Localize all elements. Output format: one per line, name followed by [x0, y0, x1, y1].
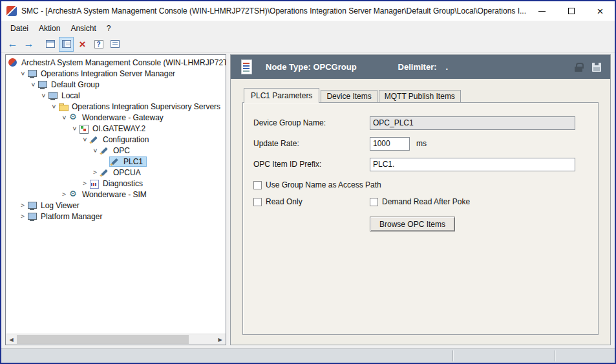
tree-item-body[interactable]: Configuration	[89, 135, 152, 144]
opc-item-prefix-row: OPC Item ID Prefix:	[253, 157, 598, 171]
tree-item-plc1-selected[interactable]: > PLC1	[6, 156, 226, 167]
tree-item-body[interactable]: Diagnostics	[89, 179, 146, 188]
window-icon	[46, 40, 55, 48]
tree-item-log-viewer[interactable]: > Log Viewer	[6, 200, 226, 211]
menu-aktion[interactable]: Aktion	[34, 22, 65, 35]
chevron-collapsed-icon[interactable]: >	[18, 202, 27, 209]
lock-icon[interactable]	[574, 62, 583, 72]
tree-item-wonderware-gateway[interactable]: > Wonderware - Gateway	[6, 112, 226, 123]
save-icon[interactable]	[592, 63, 601, 72]
tree-item-supervisory-servers[interactable]: > Operations Integration Supervisory Ser…	[6, 101, 226, 112]
chevron-expanded-icon[interactable]: >	[81, 135, 88, 144]
tree-item-local[interactable]: > Local	[6, 90, 226, 101]
access-path-checkbox-row: Use Group Name as Access Path	[253, 180, 598, 189]
chevron-expanded-icon[interactable]: >	[71, 124, 78, 133]
pencil-icon	[100, 168, 110, 177]
menu-help[interactable]: ?	[101, 22, 116, 35]
chevron-collapsed-icon[interactable]: >	[90, 169, 100, 176]
tree-item-default-group[interactable]: > Default Group	[6, 79, 226, 90]
minimize-button[interactable]	[527, 1, 557, 21]
statusbar-separator	[452, 350, 453, 361]
new-window-button[interactable]	[43, 37, 58, 52]
tree-item-body[interactable]: OPC	[100, 146, 133, 155]
chevron-expanded-icon[interactable]: >	[50, 102, 57, 111]
tree-item-body[interactable]: PLC1	[110, 157, 146, 166]
tab-strip: PLC1 Parameters Device Items MQTT Publis…	[242, 88, 599, 103]
chevron-expanded-icon[interactable]: >	[30, 80, 36, 89]
panel-body: PLC1 Parameters Device Items MQTT Publis…	[231, 79, 610, 345]
forward-button[interactable]: →	[21, 37, 36, 52]
tree-horizontal-scrollbar[interactable]: ◀ ▶	[6, 334, 226, 345]
update-rate-unit: ms	[416, 139, 427, 148]
tree-item-body[interactable]: OPCUA	[100, 168, 144, 177]
tree-item-body[interactable]: OI.GATEWAY.2	[79, 124, 149, 133]
chevron-collapsed-icon[interactable]: >	[18, 213, 27, 220]
back-button[interactable]: ←	[5, 37, 20, 52]
tree-item-body[interactable]: Log Viewer	[27, 201, 83, 210]
tree-item-label: PLC1	[122, 157, 144, 166]
tree-item-platform-manager[interactable]: > Platform Manager	[6, 211, 226, 222]
delimiter-value: .	[446, 62, 449, 72]
delete-button[interactable]: ×	[75, 37, 90, 52]
tree-item-label: Diagnostics	[101, 179, 144, 188]
tree-item-diagnostics[interactable]: > Diagnostics	[6, 178, 226, 189]
chevron-expanded-icon[interactable]: >	[40, 91, 47, 100]
node-type-text: Node Type: OPCGroup	[266, 62, 357, 72]
smc-window: SMC - [ArchestrA System Management Conso…	[0, 0, 616, 364]
help-button[interactable]: ?	[91, 37, 106, 52]
device-group-name-field[interactable]	[370, 116, 575, 130]
opc-item-prefix-field[interactable]	[370, 158, 575, 171]
gear-icon	[69, 113, 79, 122]
scrollbar-thumb[interactable]	[17, 335, 189, 344]
chevron-expanded-icon[interactable]: >	[92, 146, 98, 155]
update-rate-field[interactable]	[370, 137, 410, 151]
browse-button-row: Browse OPC Items	[370, 217, 598, 231]
show-hide-console-tree-button[interactable]	[59, 37, 74, 52]
menu-datei[interactable]: Datei	[5, 22, 34, 35]
tree-item-label: Wonderware - Gateway	[81, 113, 165, 122]
tab-device-items[interactable]: Device Items	[321, 90, 377, 103]
tree-item-body[interactable]: Operations Integration Supervisory Serve…	[58, 102, 224, 111]
tree-item-body[interactable]: Wonderware - Gateway	[69, 113, 167, 122]
tree-item-body[interactable]: Local	[48, 91, 83, 100]
scroll-left-arrow[interactable]: ◀	[6, 334, 17, 345]
tree-item-configuration[interactable]: > Configuration	[6, 134, 226, 145]
tab-mqtt-publish-items[interactable]: MQTT Publish Items	[379, 90, 461, 103]
close-button[interactable]: ×	[586, 1, 615, 21]
tree-item-opc[interactable]: > OPC	[6, 145, 226, 156]
tree-item-body[interactable]: ArchestrA System Management Console (WIN…	[8, 58, 226, 67]
tree-item-opcua[interactable]: > OPCUA	[6, 167, 226, 178]
monitor-icon	[27, 212, 37, 221]
export-list-button[interactable]	[107, 37, 122, 52]
close-icon: ×	[597, 6, 604, 17]
chevron-collapsed-icon[interactable]: >	[59, 191, 69, 198]
scrollbar-track[interactable]	[17, 334, 215, 345]
chevron-expanded-icon[interactable]: >	[19, 69, 26, 78]
tree-item-oi-gateway-2[interactable]: > OI.GATEWAY.2	[6, 123, 226, 134]
demand-read-checkbox[interactable]	[370, 198, 378, 206]
tree-item-label: ArchestrA System Management Console (WIN…	[20, 58, 226, 67]
tree-item-label: Log Viewer	[39, 201, 81, 210]
read-only-checkbox[interactable]	[253, 198, 262, 206]
tab-plc1-parameters[interactable]: PLC1 Parameters	[244, 88, 319, 103]
tree-item-body[interactable]: Operations Integration Server Manager	[27, 69, 178, 78]
scroll-right-arrow[interactable]: ▶	[215, 334, 226, 345]
tree-item-label: OI.GATEWAY.2	[91, 124, 147, 133]
tree-item-body[interactable]: Default Group	[37, 80, 103, 89]
menu-bar: Datei Aktion Ansicht ?	[1, 21, 615, 36]
chevron-expanded-icon[interactable]: >	[61, 113, 67, 122]
tree-item-oi-server-manager[interactable]: > Operations Integration Server Manager	[6, 68, 226, 79]
tree-item-wonderware-sim[interactable]: > Wonderware - SIM	[6, 189, 226, 200]
title-bar[interactable]: SMC - [ArchestrA System Management Conso…	[1, 1, 615, 21]
maximize-button[interactable]	[557, 1, 586, 21]
tree-item-body[interactable]: Wonderware - SIM	[69, 190, 150, 199]
checkbox-group: Read Only	[253, 197, 370, 206]
menu-ansicht[interactable]: Ansicht	[65, 22, 101, 35]
tree-item-label: Operations Integration Server Manager	[39, 69, 176, 78]
chevron-collapsed-icon[interactable]: >	[80, 180, 89, 187]
tree-item-body[interactable]: Platform Manager	[27, 212, 105, 221]
tree-item-archestra-root[interactable]: ArchestrA System Management Console (WIN…	[6, 57, 226, 68]
browse-opc-items-button[interactable]: Browse OPC Items	[370, 217, 455, 231]
use-group-name-checkbox[interactable]	[253, 181, 262, 189]
window-title: SMC - [ArchestrA System Management Conso…	[21, 6, 527, 16]
